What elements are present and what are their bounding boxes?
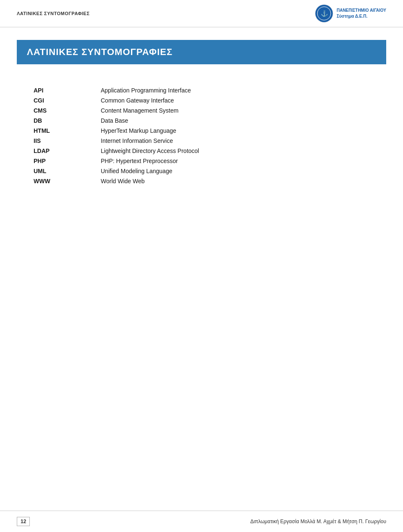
abbreviation-abbr: WWW — [34, 176, 101, 186]
abbreviation-full: PHP: Hypertext Preprocessor — [101, 156, 369, 166]
table-row: UMLUnified Modeling Language — [34, 166, 369, 176]
abbreviation-abbr: PHP — [34, 156, 101, 166]
table-row: HTMLHyperText Markup Language — [34, 126, 369, 136]
table-row: IISInternet Information Service — [34, 136, 369, 146]
abbreviation-abbr: LDAP — [34, 146, 101, 156]
logo-area: ⚓ ΠΑΝΕΠΙΣΤΗΜΙΟ ΑΙΓΑΙΟΥ Σύστημα Δ.Ε.Π. — [315, 4, 386, 23]
abbreviation-abbr: API — [34, 85, 101, 95]
page-footer: 12 Διπλωματική Εργασία Μολλά Μ. Αχμέτ & … — [0, 511, 403, 532]
abbreviation-abbr: IIS — [34, 136, 101, 146]
abbreviation-abbr: CGI — [34, 95, 101, 105]
page-number: 12 — [17, 517, 30, 526]
abbreviation-full: World Wide Web — [101, 176, 369, 186]
table-row: CGICommon Gateway Interface — [34, 95, 369, 105]
svg-text:⚓: ⚓ — [320, 10, 328, 17]
main-content: APIApplication Programming InterfaceCGIC… — [0, 64, 403, 220]
abbreviation-abbr: UML — [34, 166, 101, 176]
table-row: LDAPLightweight Directory Access Protoco… — [34, 146, 369, 156]
logo-text: ΠΑΝΕΠΙΣΤΗΜΙΟ ΑΙΓΑΙΟΥ Σύστημα Δ.Ε.Π. — [337, 8, 386, 19]
abbreviation-full: Common Gateway Interface — [101, 95, 369, 105]
abbreviation-full: Lightweight Directory Access Protocol — [101, 146, 369, 156]
table-row: APIApplication Programming Interface — [34, 85, 369, 95]
abbreviation-full: Unified Modeling Language — [101, 166, 369, 176]
table-row: WWWWorld Wide Web — [34, 176, 369, 186]
table-row: CMSContent Management System — [34, 105, 369, 116]
page-banner: ΛΑΤΙΝΙΚΕΣ ΣΥΝΤΟΜΟΓΡΑΦΙΕΣ — [17, 40, 386, 64]
header-title: ΛΑΤΙΝΙΚΕΣ ΣΥΝΤΟΜΟΓΡΑΦΙΕΣ — [17, 11, 90, 16]
page-header: ΛΑΤΙΝΙΚΕΣ ΣΥΝΤΟΜΟΓΡΑΦΙΕΣ ⚓ ΠΑΝΕΠΙΣΤΗΜΙΟ … — [0, 0, 403, 27]
abbreviation-full: HyperText Markup Language — [101, 126, 369, 136]
table-row: DBData Base — [34, 116, 369, 126]
abbreviation-abbr: HTML — [34, 126, 101, 136]
abbreviation-abbr: CMS — [34, 105, 101, 116]
abbreviations-table: APIApplication Programming InterfaceCGIC… — [34, 85, 369, 186]
university-logo-icon: ⚓ — [315, 4, 333, 23]
abbreviation-full: Data Base — [101, 116, 369, 126]
banner-title: ΛΑΤΙΝΙΚΕΣ ΣΥΝΤΟΜΟΓΡΑΦΙΕΣ — [27, 47, 376, 58]
abbreviation-full: Internet Information Service — [101, 136, 369, 146]
abbreviation-abbr: DB — [34, 116, 101, 126]
abbreviation-full: Application Programming Interface — [101, 85, 369, 95]
footer-credits: Διπλωματική Εργασία Μολλά Μ. Αχμέτ & Μήτ… — [250, 519, 386, 524]
abbreviation-full: Content Management System — [101, 105, 369, 116]
table-row: PHPPHP: Hypertext Preprocessor — [34, 156, 369, 166]
